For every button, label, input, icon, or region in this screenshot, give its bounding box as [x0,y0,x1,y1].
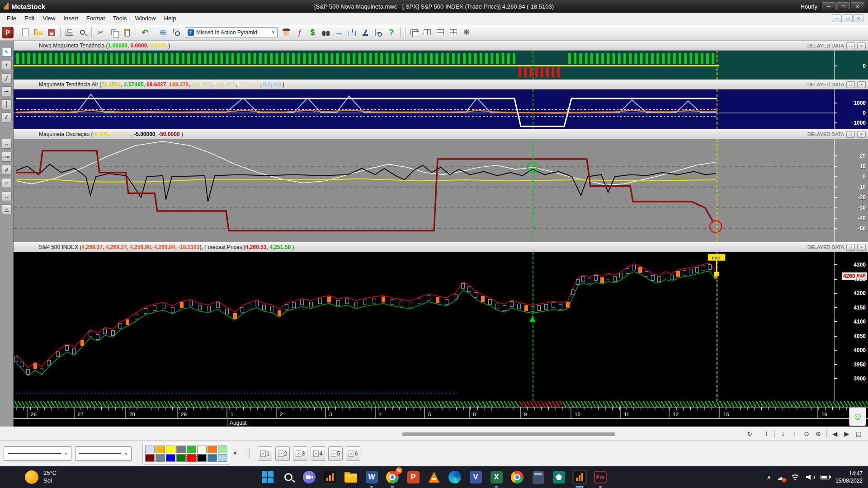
rectangle-tool[interactable]: □ [2,191,12,201]
open-button[interactable] [32,26,44,38]
taskbar-metastock-button[interactable] [323,470,337,484]
expert-advisor-button[interactable] [280,26,292,38]
paste-button[interactable] [121,26,133,38]
volume-icon[interactable] [806,475,815,480]
palette-dropdown-arrow[interactable]: ▼ [231,451,239,456]
tray-overflow-chevron[interactable]: ∧ [767,474,771,481]
refresh-button[interactable]: ↻ [744,429,755,439]
explorer-button[interactable] [320,26,332,38]
taskbar-metastock-active-button[interactable] [572,470,587,484]
taskbar-chat-button[interactable] [302,470,316,484]
indicator-builder-button[interactable]: ƒ [293,26,306,38]
color-swatch[interactable] [176,454,186,462]
menu-view[interactable]: View [38,13,59,23]
new-chart-button[interactable] [19,26,31,38]
wifi-icon[interactable] [790,474,800,481]
system-tester-button[interactable]: $ [307,26,319,38]
zoom-out-button[interactable]: ⊖ [801,429,812,439]
vertical-scale-button[interactable]: ↕ [777,429,789,439]
color-swatch[interactable] [145,446,155,453]
report-button[interactable] [372,26,384,38]
taskbar-chrome-button[interactable] [510,470,524,484]
color-swatch[interactable] [218,446,227,453]
panel-price-chart[interactable]: EXIT 4260.840 43004250420041504100405040… [14,252,868,401]
pointer-mode-button[interactable]: I [760,429,772,439]
print-button[interactable] [63,26,75,38]
menu-format[interactable]: Format [82,13,109,23]
panel-tendencia-alt-chart[interactable]: 10000-1000 [14,89,868,129]
ellipse-tool[interactable]: ○ [2,178,12,188]
template-combobox[interactable]: f Missed In Action Pyramid ˅ [185,27,278,38]
print-preview-button[interactable] [76,26,89,38]
tile-grid-button[interactable] [447,26,459,38]
menu-help[interactable]: Help [160,13,180,23]
scan-button[interactable] [359,26,371,38]
undo-button[interactable]: ↶ [139,26,151,38]
cascade-windows-button[interactable] [408,26,420,38]
vertical-line-tool[interactable]: │ [2,99,12,109]
trendline-tool[interactable]: ╱ [2,73,12,83]
panel-header-oscilacao[interactable]: Maquineta Oscilação (-0.000, 9.22044, -5… [14,129,868,139]
child-minimize-button[interactable]: ─ [832,14,842,22]
taskbar-chrome-profile-button[interactable]: N [385,470,400,484]
color-swatch[interactable] [208,446,217,453]
color-swatch[interactable] [197,446,207,453]
zoom-select-button[interactable] [170,26,182,38]
crosshair-button[interactable]: ⊕ [157,26,169,38]
scroll-left-button[interactable]: ◀ [829,429,841,439]
color-swatch[interactable] [166,446,175,453]
color-swatch[interactable] [145,454,155,462]
color-swatch[interactable] [218,454,227,462]
panel-header-tendencia[interactable]: Nova Maquineta Tendência (1.00000, 0.000… [14,41,868,51]
taskbar-chess-button[interactable]: ♚ [552,470,566,484]
taskbar-calculator-button[interactable] [531,470,545,484]
panel-maximize-button[interactable]: □ [846,42,855,49]
taskbar-word-button[interactable]: W [364,470,379,484]
tile-horizontal-button[interactable] [434,26,446,38]
color-swatch[interactable] [208,454,217,462]
crosshair-tool[interactable]: + [2,60,12,70]
layout-template-button-5[interactable]: ↗5 [328,446,343,461]
menu-edit[interactable]: Edit [20,13,38,23]
horizontal-line-tool[interactable]: ─ [2,86,12,96]
triangle-tool[interactable]: △ [2,204,12,214]
taskbar-excel-button[interactable]: X [489,470,504,484]
scroll-right-button[interactable]: ▶ [841,429,853,439]
downloader-button[interactable] [346,26,358,38]
pointer-tool[interactable]: ↖ [2,47,12,57]
panel-tendencia-chart[interactable]: 0 [14,51,868,80]
child-close-button[interactable]: ✕ [854,14,863,22]
text-tool[interactable]: abc [2,152,12,162]
color-swatch[interactable] [197,454,207,462]
panel-maximize-button[interactable]: □ [846,131,855,138]
panel-maximize-button[interactable]: □ [846,244,855,251]
expert-smiley-corner[interactable]: ☺ [849,407,866,426]
child-restore-button[interactable]: ❐ [843,14,853,22]
color-swatch[interactable] [187,454,196,462]
panel-header-tendencia-alt[interactable]: Maquineta Tendência Alt (71.1583, 2.5749… [14,80,868,89]
panel-close-button[interactable]: ✕ [857,244,866,251]
expand-tool[interactable]: ↔ [2,139,12,149]
layout-template-button-4[interactable]: ↗4 [311,446,325,461]
tile-vertical-button[interactable] [421,26,433,38]
horizontal-scrollbar[interactable] [402,432,615,436]
taskbar-clock[interactable]: 14:47 15/08/2022 [835,470,863,484]
onedrive-icon[interactable]: ☁✕ [777,473,784,482]
downloader-arrow-button[interactable]: → [333,26,345,38]
layout-template-button-6[interactable]: ↗6 [346,446,360,461]
panel-maximize-button[interactable]: □ [846,81,855,88]
panel-close-button[interactable]: ✕ [857,131,866,138]
layout-template-button-3[interactable]: ↗3 [293,446,307,461]
battery-icon[interactable] [821,475,830,479]
cut-button[interactable]: ✂ [94,26,107,38]
taskbar-edge-button[interactable] [448,470,462,484]
menu-window[interactable]: Window [131,13,160,23]
color-swatch[interactable] [156,446,165,453]
taskbar-visio-button[interactable]: V [468,470,483,484]
taskbar-powerpoint-button[interactable]: P [406,470,420,484]
layout-template-button-1[interactable]: ↗1 [258,446,272,461]
maximize-button[interactable]: □ [836,2,850,10]
close-button[interactable]: ✕ [851,2,864,10]
whats-this-button[interactable]: ? [385,26,397,38]
line-weight-dropdown[interactable]: ˅ [75,446,132,461]
